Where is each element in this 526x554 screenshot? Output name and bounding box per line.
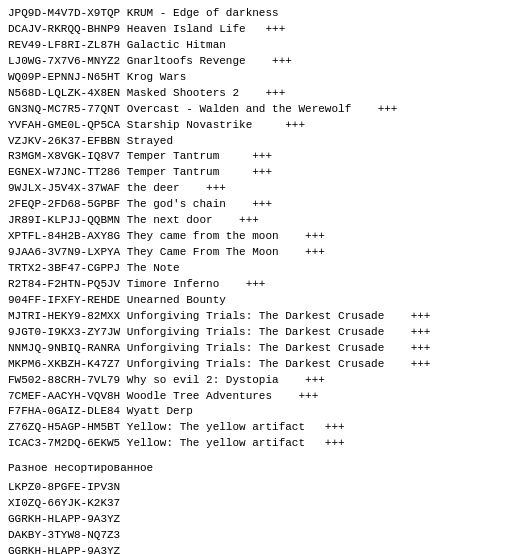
game-line-line25: 7CMEF-AACYH-VQV8H Woodle Tree Adventures…	[8, 389, 518, 405]
game-line-line10: R3MGM-X8VGK-IQ8V7 Temper Tantrum +++	[8, 149, 518, 165]
game-line-line18: R2T84-F2HTN-PQ5JV Timore Inferno +++	[8, 277, 518, 293]
unsorted-line-u5: GGRKH-HLAPP-9A3YZ	[8, 544, 518, 554]
unsorted-list: LKPZ0-8PGFE-IPV3NXI0ZQ-66YJK-K2K37GGRKH-…	[8, 480, 518, 554]
unsorted-line-u1: LKPZ0-8PGFE-IPV3N	[8, 480, 518, 496]
game-line-line22: NNMJQ-9NBIQ-RANRA Unforgiving Trials: Th…	[8, 341, 518, 357]
game-line-line17: TRTX2-3BF47-CGPPJ The Note	[8, 261, 518, 277]
game-line-line21: 9JGT0-I9KX3-ZY7JW Unforgiving Trials: Th…	[8, 325, 518, 341]
game-line-line4: LJ0WG-7X7V6-MNYZ2 Gnarltoofs Revenge +++	[8, 54, 518, 70]
main-content: JPQ9D-M4V7D-X9TQP KRUM - Edge of darknes…	[8, 6, 518, 554]
game-line-line14: JR89I-KLPJJ-QQBMN The next door +++	[8, 213, 518, 229]
game-line-line2: DCAJV-RKRQQ-BHNP9 Heaven Island Life +++	[8, 22, 518, 38]
game-line-line8: YVFAH-GME0L-QP5CA Starship Novastrike ++…	[8, 118, 518, 134]
unsorted-line-u3: GGRKH-HLAPP-9A3YZ	[8, 512, 518, 528]
game-line-line9: VZJKV-26K37-EFBBN Strayed	[8, 134, 518, 150]
unsorted-line-u2: XI0ZQ-66YJK-K2K37	[8, 496, 518, 512]
game-line-line13: 2FEQP-2FD68-5GPBF The god's chain +++	[8, 197, 518, 213]
game-line-line28: ICAC3-7M2DQ-6EKW5 Yellow: The yellow art…	[8, 436, 518, 452]
game-line-line11: EGNEX-W7JNC-TT286 Temper Tantrum +++	[8, 165, 518, 181]
game-line-line24: FW502-88CRH-7VL79 Why so evil 2: Dystopi…	[8, 373, 518, 389]
game-line-line5: WQ09P-EPNNJ-N65HT Krog Wars	[8, 70, 518, 86]
game-line-line7: GN3NQ-MC7R5-77QNT Overcast - Walden and …	[8, 102, 518, 118]
game-line-line3: REV49-LF8RI-ZL87H Galactic Hitman	[8, 38, 518, 54]
game-line-line16: 9JAA6-3V7N9-LXPYA They Came From The Moo…	[8, 245, 518, 261]
section-header: Разное несортированное	[8, 460, 518, 478]
unsorted-section-header: Разное несортированное	[8, 460, 518, 478]
game-line-line19: 904FF-IFXFY-REHDE Unearned Bounty	[8, 293, 518, 309]
game-line-line12: 9WJLX-J5V4X-37WAF the deer +++	[8, 181, 518, 197]
game-line-line20: MJTRI-HEKY9-82MXX Unforgiving Trials: Th…	[8, 309, 518, 325]
game-list: JPQ9D-M4V7D-X9TQP KRUM - Edge of darknes…	[8, 6, 518, 452]
game-line-line26: F7FHA-0GAIZ-DLE84 Wyatt Derp	[8, 404, 518, 420]
game-line-line1: JPQ9D-M4V7D-X9TQP KRUM - Edge of darknes…	[8, 6, 518, 22]
game-line-line15: XPTFL-84H2B-AXY8G They came from the moo…	[8, 229, 518, 245]
game-line-line27: Z76ZQ-H5AGP-HM5BT Yellow: The yellow art…	[8, 420, 518, 436]
unsorted-line-u4: DAKBY-3TYW8-NQ7Z3	[8, 528, 518, 544]
game-line-line23: MKPM6-XKBZH-K47Z7 Unforgiving Trials: Th…	[8, 357, 518, 373]
game-line-line6: N568D-LQLZK-4X8EN Masked Shooters 2 +++	[8, 86, 518, 102]
